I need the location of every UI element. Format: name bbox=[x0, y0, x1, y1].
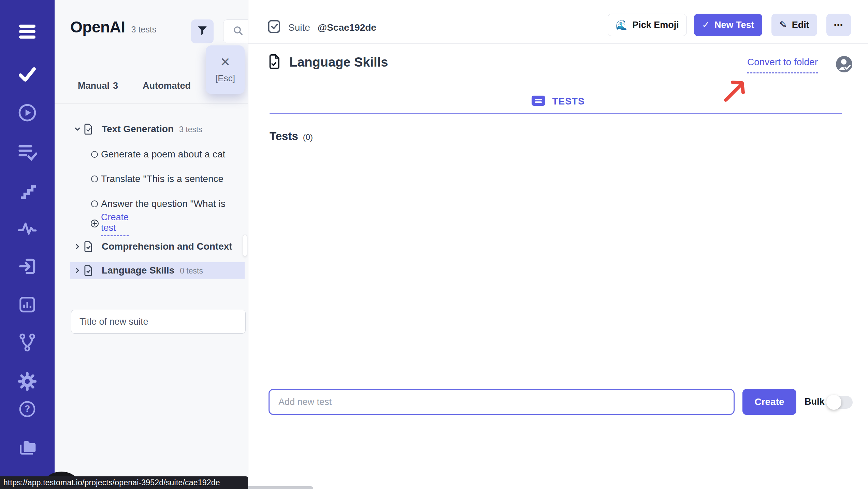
new-test-button[interactable]: ✓ New Test bbox=[694, 14, 762, 36]
doc-check-icon bbox=[269, 54, 280, 70]
close-search-popover: ✕ [Esc] bbox=[206, 45, 245, 94]
suite-row-comprehension[interactable]: Comprehension and Context bbox=[55, 238, 248, 255]
suite-doc-check-icon bbox=[84, 241, 93, 253]
check-icon: ✓ bbox=[702, 19, 710, 30]
svg-text:?: ? bbox=[25, 404, 30, 414]
tests-tab-underline bbox=[270, 113, 842, 114]
add-new-test-input[interactable] bbox=[269, 389, 735, 415]
tab-automated[interactable]: Automated bbox=[143, 81, 194, 91]
suite-word: Suite bbox=[288, 22, 310, 33]
test-status-circle-icon bbox=[91, 151, 98, 158]
chevron-right-icon[interactable] bbox=[73, 242, 82, 252]
suite-id: @Scae192de bbox=[318, 22, 376, 33]
bulk-label: Bulk bbox=[805, 396, 825, 407]
create-test-link[interactable]: Create test bbox=[101, 212, 129, 236]
tests-heading-count: (0) bbox=[303, 132, 313, 142]
branch-icon[interactable] bbox=[17, 332, 38, 353]
assignee-avatar-icon[interactable] bbox=[836, 56, 852, 72]
browser-status-url: https://app.testomat.io/projects/openai-… bbox=[0, 476, 248, 489]
test-row[interactable]: Translate "This is a sentence bbox=[55, 171, 248, 187]
suite-detail: Suite @Scae192de 🌊 Pick Emoji ✓ New Test… bbox=[248, 0, 868, 489]
test-title: Answer the question "What is bbox=[101, 198, 226, 209]
plus-circle-icon bbox=[90, 219, 99, 229]
nav-rail: ? bbox=[0, 0, 55, 489]
suite-row-language-skills[interactable]: Language Skills0 tests bbox=[55, 262, 248, 279]
bulk-toggle[interactable] bbox=[827, 396, 853, 409]
test-title: Translate "This is a sentence bbox=[101, 173, 223, 184]
esc-hint: [Esc] bbox=[215, 73, 235, 84]
tests-card-icon bbox=[532, 96, 545, 107]
tab-manual-count: 3 bbox=[113, 81, 118, 91]
more-actions-button[interactable]: ••• bbox=[826, 14, 851, 36]
help-icon[interactable]: ? bbox=[17, 399, 38, 419]
chevron-down-icon[interactable] bbox=[73, 125, 82, 135]
test-row[interactable]: Generate a poem about a cat bbox=[55, 146, 248, 162]
new-suite-input[interactable] bbox=[71, 310, 246, 334]
app-window: ? OpenAI 3 tests ✕ [Esc] Ma bbox=[0, 0, 868, 489]
tests-heading-label: Tests bbox=[270, 130, 298, 143]
tab-automated-label: Automated bbox=[143, 81, 191, 91]
hidden-widget-pill bbox=[239, 486, 313, 489]
suite-label: Comprehension and Context bbox=[102, 241, 232, 252]
chevron-right-icon[interactable] bbox=[73, 266, 82, 276]
search-icon bbox=[233, 26, 243, 37]
ellipsis-icon: ••• bbox=[834, 21, 843, 29]
analytics-icon[interactable] bbox=[17, 294, 38, 315]
create-button[interactable]: Create bbox=[742, 389, 796, 415]
projects-folder-icon[interactable] bbox=[17, 437, 38, 458]
steps-icon[interactable] bbox=[17, 180, 38, 200]
filter-button[interactable] bbox=[191, 19, 214, 43]
tests-tab-label: TESTS bbox=[552, 96, 584, 107]
suites-panel: OpenAI 3 tests ✕ [Esc] Manual3 Automated bbox=[55, 0, 248, 489]
checklist-icon[interactable] bbox=[17, 142, 38, 162]
suite-doc-check-icon bbox=[84, 124, 93, 136]
suite-row-text-generation[interactable]: Text Generation3 tests bbox=[55, 121, 248, 137]
tab-manual[interactable]: Manual3 bbox=[78, 81, 118, 91]
suite-breadcrumb: Suite @Scae192de bbox=[268, 20, 376, 36]
suite-name: Text Generation bbox=[102, 124, 174, 134]
pick-emoji-label: Pick Emoji bbox=[632, 20, 679, 30]
page-title: Language Skills bbox=[289, 55, 388, 70]
import-icon[interactable] bbox=[17, 256, 38, 277]
new-test-label: New Test bbox=[714, 20, 754, 30]
filter-funnel-icon bbox=[197, 25, 208, 38]
suite-name: Comprehension and Context bbox=[102, 241, 232, 252]
status-url-text: https://app.testomat.io/projects/openai-… bbox=[3, 478, 220, 487]
test-status-circle-icon bbox=[91, 200, 98, 207]
bulk-toggle-knob[interactable] bbox=[826, 395, 841, 410]
suite-label: Text Generation3 tests bbox=[102, 124, 202, 135]
play-circle-icon[interactable] bbox=[17, 102, 38, 123]
page-title-row: Language Skills bbox=[269, 54, 388, 70]
wave-emoji-icon: 🌊 bbox=[616, 19, 627, 31]
edit-label: Edit bbox=[792, 20, 809, 30]
suite-doc-check-icon bbox=[84, 265, 93, 277]
close-icon[interactable]: ✕ bbox=[220, 56, 230, 68]
project-tests-count: 3 tests bbox=[131, 25, 157, 34]
convert-to-folder-link[interactable]: Convert to folder bbox=[747, 57, 818, 73]
pencil-icon: ✎ bbox=[779, 19, 787, 30]
tab-tests[interactable]: TESTS bbox=[248, 96, 868, 107]
test-row[interactable]: Answer the question "What is bbox=[55, 196, 248, 212]
suite-count: 3 tests bbox=[179, 125, 202, 134]
settings-gear-icon[interactable] bbox=[17, 371, 38, 392]
edit-button[interactable]: ✎ Edit bbox=[771, 14, 817, 36]
pick-emoji-button[interactable]: 🌊 Pick Emoji bbox=[608, 14, 687, 36]
suite-count: 0 tests bbox=[180, 266, 203, 275]
menu-icon[interactable] bbox=[17, 21, 38, 42]
tab-manual-label: Manual bbox=[78, 81, 110, 91]
suite-label: Language Skills0 tests bbox=[102, 265, 203, 276]
pulse-icon[interactable] bbox=[17, 218, 38, 238]
header-divider bbox=[248, 43, 868, 44]
search-box bbox=[223, 19, 248, 43]
suite-check-square-icon bbox=[268, 20, 281, 36]
test-status-circle-icon bbox=[91, 176, 98, 182]
tests-heading: Tests (0) bbox=[270, 130, 313, 143]
tree-scrollbar-thumb[interactable] bbox=[243, 235, 247, 256]
runs-check-icon[interactable] bbox=[17, 64, 38, 85]
project-title: OpenAI bbox=[70, 18, 125, 36]
test-title: Generate a poem about a cat bbox=[101, 149, 225, 160]
project-header: OpenAI 3 tests bbox=[70, 18, 156, 36]
suite-name: Language Skills bbox=[102, 265, 174, 276]
